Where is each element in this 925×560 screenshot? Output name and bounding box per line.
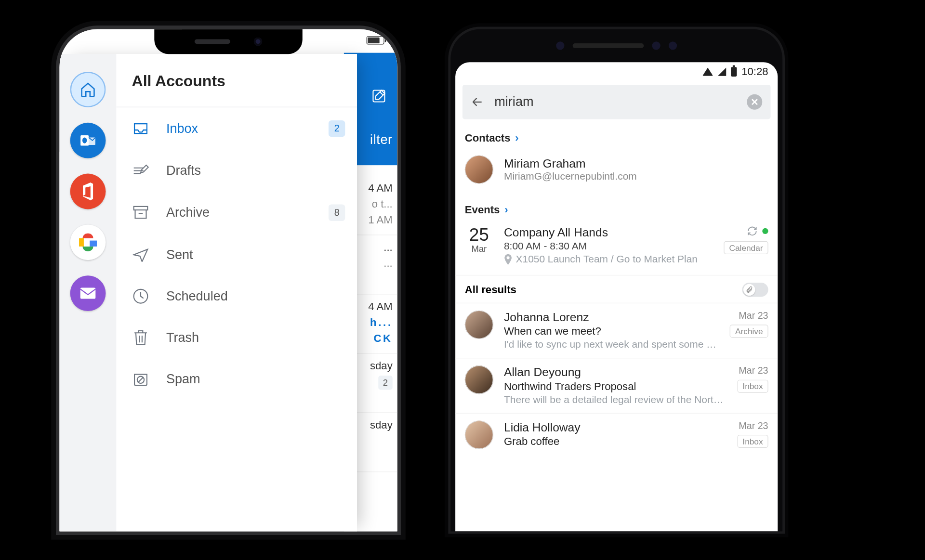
folder-badge: 2 xyxy=(328,120,344,136)
home-icon xyxy=(79,81,96,97)
folder-scheduled[interactable]: Scheduled xyxy=(116,275,357,317)
front-camera xyxy=(652,41,660,50)
mail-folder-pill: Archive xyxy=(729,325,768,338)
event-source-pill: Calendar xyxy=(724,241,768,254)
mail-preview: There will be a detailed legal review of… xyxy=(503,394,726,406)
spam-icon xyxy=(132,371,149,387)
mail-folder-pill: Inbox xyxy=(737,435,768,448)
archive-icon xyxy=(132,205,149,220)
sensor xyxy=(556,41,564,50)
folder-badge: 8 xyxy=(328,204,344,221)
account-home[interactable] xyxy=(70,72,106,107)
mail-subject: When can we meet? xyxy=(503,325,719,338)
folder-inbox[interactable]: Inbox 2 xyxy=(116,107,357,150)
inbox-icon xyxy=(132,121,149,136)
recurring-icon xyxy=(747,225,757,236)
mail-result[interactable]: Allan Deyoung Northwind Traders Proposal… xyxy=(455,358,778,413)
mail-date: Mar 23 xyxy=(739,365,768,376)
outlook-icon xyxy=(79,131,97,149)
mail-from: Lidia Holloway xyxy=(503,420,726,434)
contacts-section-header[interactable]: Contacts › xyxy=(455,119,778,150)
contact-result[interactable]: Miriam Graham MiriamG@lucernepubintl.com xyxy=(455,150,778,191)
folder-label: Scheduled xyxy=(166,288,344,304)
drawer-title: All Accounts xyxy=(116,54,357,107)
event-month: Mar xyxy=(464,243,493,253)
drafts-icon xyxy=(132,163,149,178)
google-icon xyxy=(79,233,97,251)
back-button[interactable] xyxy=(471,95,484,108)
attachments-toggle[interactable] xyxy=(742,282,768,297)
section-title: All results xyxy=(464,283,516,296)
search-bar: miriam ✕ xyxy=(462,85,770,119)
event-result[interactable]: 25 Mar Company All Hands 8:00 AM - 8:30 … xyxy=(455,222,778,274)
scheduled-icon xyxy=(132,288,149,304)
filter-button-fragment[interactable]: ilter xyxy=(370,132,393,147)
mail-subject: Northwind Traders Proposal xyxy=(503,380,726,392)
ios-status-bar xyxy=(366,36,384,44)
account-outlook[interactable] xyxy=(70,122,106,158)
mail-result[interactable]: Lidia Holloway Grab coffee Mar 23 Inbox xyxy=(455,413,778,456)
chevron-right-icon: › xyxy=(504,204,508,216)
front-camera xyxy=(253,37,262,45)
mail-date: Mar 23 xyxy=(739,420,768,431)
mail-result[interactable]: Johanna Lorenz When can we meet? I'd lik… xyxy=(455,302,778,357)
sent-icon xyxy=(132,247,149,262)
nav-drawer: All Accounts Inbox 2 Drafts xyxy=(59,54,357,531)
chevron-right-icon: › xyxy=(515,132,518,144)
event-date: 25 Mar xyxy=(464,225,493,265)
mail-icon xyxy=(79,287,96,300)
location-icon xyxy=(503,254,512,264)
svg-rect-4 xyxy=(133,206,147,209)
svg-rect-3 xyxy=(80,287,95,299)
notch xyxy=(154,29,302,54)
events-section-header[interactable]: Events › xyxy=(455,191,778,222)
cellular-icon xyxy=(717,67,726,76)
earpiece xyxy=(572,43,644,48)
status-available-icon xyxy=(762,228,768,234)
search-input[interactable]: miriam xyxy=(494,94,736,109)
accounts-rail xyxy=(59,54,116,531)
android-device: 10:28 miriam ✕ Contacts › Miriam Graham … xyxy=(450,29,782,531)
mail-from: Allan Deyoung xyxy=(503,365,726,379)
folder-spam[interactable]: Spam xyxy=(116,358,357,400)
folder-label: Drafts xyxy=(166,163,344,178)
folder-trash[interactable]: Trash xyxy=(116,317,357,358)
account-google[interactable] xyxy=(70,224,106,260)
compose-button[interactable] xyxy=(371,88,386,104)
earpiece xyxy=(194,39,230,44)
mail-preview: I'd like to sync up next week and spent … xyxy=(503,339,719,351)
folder-archive[interactable]: Archive 8 xyxy=(116,191,357,234)
contact-name: Miriam Graham xyxy=(503,156,636,170)
folder-list: All Accounts Inbox 2 Drafts xyxy=(116,54,357,531)
folder-label: Inbox xyxy=(166,121,312,136)
sensor xyxy=(668,41,676,50)
bg-row-badge: 2 xyxy=(378,376,393,390)
mail-date: Mar 23 xyxy=(739,310,768,321)
event-day: 25 xyxy=(464,225,493,243)
all-results-header: All results xyxy=(455,274,778,302)
folder-drafts[interactable]: Drafts xyxy=(116,150,357,191)
folder-sent[interactable]: Sent xyxy=(116,234,357,275)
folder-label: Trash xyxy=(166,330,344,345)
iphone-device: ilter 4 AM o t... 1 AM ... ... 4 AM h...… xyxy=(59,29,397,531)
folder-label: Archive xyxy=(166,205,312,220)
avatar xyxy=(464,310,493,339)
account-office[interactable] xyxy=(70,173,106,209)
account-other-mail[interactable] xyxy=(70,275,106,311)
office-icon xyxy=(80,182,95,200)
android-status-bar: 10:28 xyxy=(455,62,778,81)
clear-search-button[interactable]: ✕ xyxy=(747,94,762,109)
attachment-icon xyxy=(743,284,755,296)
avatar xyxy=(464,420,493,449)
battery-icon xyxy=(731,67,737,77)
status-time: 10:28 xyxy=(741,65,768,78)
folder-label: Spam xyxy=(166,371,344,387)
battery-icon xyxy=(366,36,384,44)
contact-email: MiriamG@lucernepubintl.com xyxy=(503,170,636,182)
section-title: Contacts xyxy=(464,132,510,144)
event-location: X1050 Launch Team / Go to Market Plan xyxy=(503,253,713,265)
section-title: Events xyxy=(464,204,500,216)
event-time: 8:00 AM - 8:30 AM xyxy=(503,240,713,252)
avatar xyxy=(464,365,493,394)
mail-from: Johanna Lorenz xyxy=(503,310,719,324)
